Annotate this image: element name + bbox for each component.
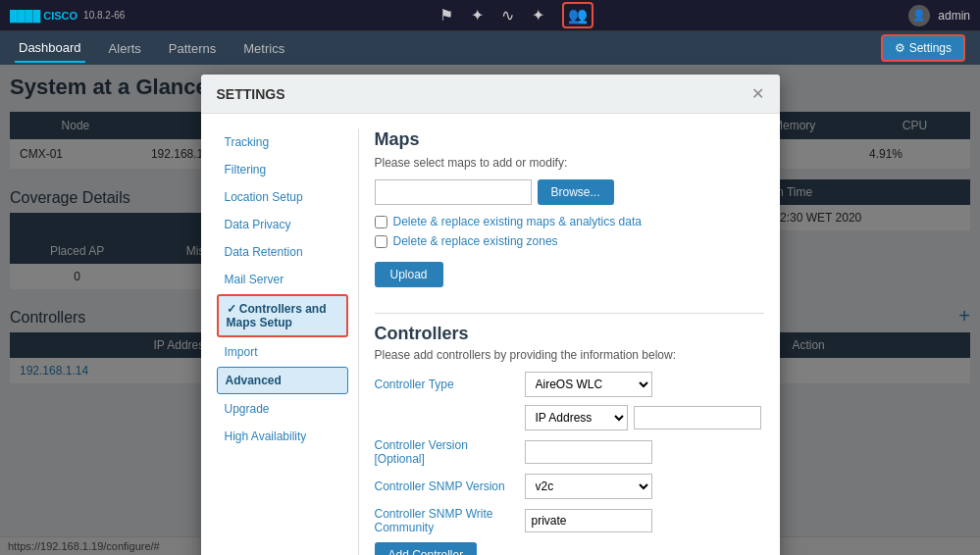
- sidebar-item-tracking[interactable]: Tracking: [217, 129, 348, 155]
- sub-navigation: Dashboard Alerts Patterns Metrics ⚙ Sett…: [0, 31, 980, 65]
- modal-title: SETTINGS: [217, 86, 285, 102]
- maps-section: Maps Please select maps to add or modify…: [375, 129, 764, 303]
- sidebar-item-filtering[interactable]: Filtering: [217, 157, 348, 182]
- snmp-community-row: Controller SNMP Write Community: [375, 507, 764, 534]
- ip-type-select[interactable]: IP Address Hostname: [525, 405, 628, 430]
- nav-metrics[interactable]: Metrics: [239, 35, 288, 62]
- avatar: 👤: [908, 5, 930, 26]
- modal-controllers-subtext: Please add controllers by providing the …: [375, 348, 764, 362]
- sidebar-item-high-availability[interactable]: High Availability: [217, 424, 348, 449]
- controller-type-row: Controller Type AireOS WLC Catalyst Othe…: [375, 372, 764, 397]
- snmp-version-row: Controller SNMP Version v2c v1 v3: [375, 474, 764, 499]
- nav-alerts[interactable]: Alerts: [105, 35, 145, 62]
- controller-version-input[interactable]: [525, 440, 652, 464]
- modal-overlay: SETTINGS ✕ Tracking Filtering Location S…: [0, 65, 980, 555]
- cluster-icon[interactable]: ✦: [471, 6, 484, 25]
- replace-zones-checkbox[interactable]: [375, 235, 387, 248]
- sidebar-item-advanced[interactable]: Advanced: [217, 367, 348, 394]
- nav-dashboard[interactable]: Dashboard: [15, 34, 85, 63]
- sidebar-item-upgrade[interactable]: Upgrade: [217, 396, 348, 422]
- ip-input-group: IP Address Hostname: [525, 405, 761, 430]
- modal-header: SETTINGS ✕: [201, 75, 780, 114]
- modal-main-content: Maps Please select maps to add or modify…: [359, 129, 764, 555]
- settings-button[interactable]: ⚙ Settings: [881, 34, 965, 62]
- admin-label: admin: [938, 9, 970, 23]
- location-pin-icon[interactable]: ⚑: [439, 6, 453, 25]
- replace-maps-checkbox[interactable]: [375, 216, 387, 228]
- brand-area: ████ CISCO 10.8.2-66: [10, 10, 125, 22]
- people-icon[interactable]: 👥: [562, 2, 593, 28]
- snmp-community-label: Controller SNMP Write Community: [375, 507, 517, 534]
- sidebar-item-location-setup[interactable]: Location Setup: [217, 184, 348, 210]
- settings-modal: SETTINGS ✕ Tracking Filtering Location S…: [201, 75, 780, 555]
- modal-close-button[interactable]: ✕: [751, 84, 764, 103]
- snmp-community-input[interactable]: [525, 509, 652, 532]
- controller-type-select[interactable]: AireOS WLC Catalyst Other: [525, 372, 652, 397]
- app-version: 10.8.2-66: [83, 10, 125, 21]
- modal-controllers-section: Controllers Please add controllers by pr…: [375, 324, 764, 555]
- cisco-logo: ████ CISCO: [10, 10, 77, 22]
- checkbox-replace-maps: Delete & replace existing maps & analyti…: [375, 215, 764, 228]
- upload-button[interactable]: Upload: [375, 262, 443, 287]
- controller-version-row: Controller Version [Optional]: [375, 438, 764, 466]
- modal-sidebar: Tracking Filtering Location Setup Data P…: [217, 129, 359, 555]
- wifi-icon[interactable]: ∿: [501, 6, 514, 25]
- user-area: 👤 admin: [908, 5, 970, 26]
- top-navigation: ████ CISCO 10.8.2-66 ⚑ ✦ ∿ ✦ 👥 👤 admin: [0, 0, 980, 31]
- nav-patterns[interactable]: Patterns: [165, 35, 220, 62]
- sidebar-item-controllers-maps[interactable]: ✓ Controllers and Maps Setup: [217, 294, 348, 337]
- sidebar-item-import[interactable]: Import: [217, 339, 348, 365]
- maps-input-row: Browse...: [375, 179, 764, 205]
- share-icon[interactable]: ✦: [532, 6, 544, 25]
- controller-version-label: Controller Version [Optional]: [375, 438, 517, 466]
- ip-value-input[interactable]: [634, 406, 761, 429]
- sidebar-item-data-privacy[interactable]: Data Privacy: [217, 212, 348, 237]
- maps-heading: Maps: [375, 129, 764, 150]
- snmp-version-select[interactable]: v2c v1 v3: [525, 474, 652, 499]
- sidebar-item-mail-server[interactable]: Mail Server: [217, 267, 348, 292]
- section-divider: [375, 313, 764, 314]
- add-controller-submit-button[interactable]: Add Controller: [375, 542, 478, 555]
- maps-subtext: Please select maps to add or modify:: [375, 156, 764, 170]
- main-content: System at a Glance Node IP Address Memor…: [0, 65, 980, 555]
- modal-controllers-heading: Controllers: [375, 324, 764, 344]
- add-controller-btn-row: Add Controller: [375, 542, 764, 555]
- modal-body: Tracking Filtering Location Setup Data P…: [201, 114, 780, 555]
- snmp-version-label: Controller SNMP Version: [375, 479, 517, 493]
- replace-maps-label: Delete & replace existing maps & analyti…: [393, 215, 642, 228]
- controller-type-label: Controller Type: [375, 378, 517, 391]
- sidebar-item-data-retention[interactable]: Data Retention: [217, 239, 348, 265]
- browse-button[interactable]: Browse...: [538, 179, 614, 205]
- nav-icons: ⚑ ✦ ∿ ✦ 👥: [439, 2, 593, 28]
- ip-address-row: IP Address Hostname: [375, 405, 764, 430]
- checkbox-replace-zones: Delete & replace existing zones: [375, 234, 764, 248]
- maps-file-input[interactable]: [375, 179, 532, 205]
- replace-zones-label: Delete & replace existing zones: [393, 234, 558, 248]
